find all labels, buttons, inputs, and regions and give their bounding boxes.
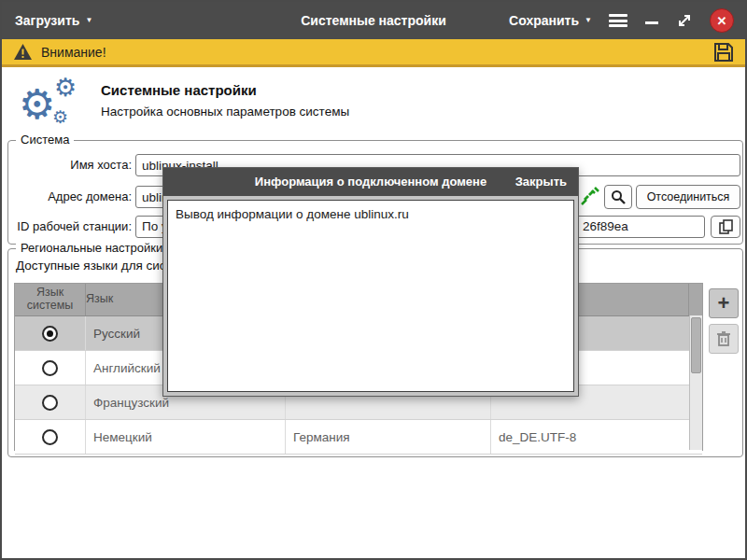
- cell-language: Немецкий: [86, 420, 286, 454]
- regional-legend: Региональные настройки: [16, 241, 167, 255]
- cell-country: Германия: [286, 420, 491, 454]
- search-domain-button[interactable]: [604, 185, 632, 209]
- load-label: Загрузить: [15, 13, 79, 28]
- system-settings-window: Загрузить ▼ Системные настройки Сохранит…: [0, 0, 747, 560]
- save-icon[interactable]: [713, 42, 734, 63]
- disconnect-label: Отсоединиться: [647, 190, 730, 203]
- radio-unselected[interactable]: [42, 360, 58, 376]
- menu-icon[interactable]: [609, 14, 627, 27]
- radio-selected[interactable]: [42, 326, 58, 342]
- gears-icon: ⚙: [52, 108, 68, 126]
- radio-unselected[interactable]: [42, 395, 58, 411]
- save-dropdown-button[interactable]: Сохранить ▼: [509, 13, 592, 28]
- delete-language-button[interactable]: [709, 324, 739, 354]
- modal-body: Вывод информации о домене ublinux.ru: [167, 200, 574, 392]
- modal-close-button[interactable]: Закрыть: [515, 175, 567, 189]
- radio-unselected[interactable]: [42, 429, 58, 445]
- add-language-button[interactable]: +: [709, 288, 739, 318]
- plug-connected-icon: [578, 186, 600, 208]
- domain-info-modal: Информация о подключенном домене Закрыть…: [162, 167, 579, 397]
- page-subtitle: Настройка основных параметров системы: [101, 105, 349, 119]
- resize-arrows-icon: [676, 12, 693, 29]
- close-x-icon: ✕: [717, 14, 727, 28]
- scrollbar-thumb[interactable]: [691, 317, 701, 373]
- load-dropdown-button[interactable]: Загрузить ▼: [15, 13, 92, 28]
- trash-icon: [716, 330, 731, 347]
- warning-bar: Внимание!: [2, 39, 745, 67]
- cell-locale: de_DE.UTF-8: [491, 420, 689, 454]
- domain-label: Адрес домена:: [10, 189, 132, 203]
- system-legend: Система: [16, 133, 74, 147]
- header-system-language: Язык системы: [15, 284, 86, 315]
- window-titlebar: Загрузить ▼ Системные настройки Сохранит…: [2, 2, 745, 39]
- modal-body-text: Вывод информации о домене ublinux.ru: [168, 201, 573, 228]
- titlebar-actions: Сохранить ▼ ✕: [509, 8, 734, 33]
- page-header: ⚙ ⚙ ⚙ Системные настройки Настройка осно…: [11, 77, 721, 134]
- warning-icon: [13, 43, 33, 61]
- gears-icon: ⚙: [54, 75, 77, 100]
- warning-text: Внимание!: [41, 45, 106, 60]
- minimize-button[interactable]: [644, 13, 659, 28]
- table-scrollbar[interactable]: [689, 315, 702, 450]
- plus-icon: +: [718, 291, 730, 315]
- modal-titlebar: Информация о подключенном домене Закрыть: [163, 168, 578, 196]
- copy-icon: [719, 219, 733, 234]
- maximize-button[interactable]: [676, 12, 693, 29]
- close-button[interactable]: ✕: [710, 8, 734, 33]
- copy-id-button[interactable]: [711, 216, 740, 238]
- workstation-id-label: ID рабочей станции:: [10, 219, 132, 233]
- gears-icon: ⚙: [19, 84, 55, 125]
- hostname-label: Имя хоста:: [10, 158, 132, 172]
- chevron-down-icon: ▼: [85, 17, 92, 24]
- table-row[interactable]: Немецкий Германия de_DE.UTF-8: [15, 420, 702, 455]
- search-icon: [611, 189, 626, 204]
- save-label: Сохранить: [509, 13, 579, 28]
- page-title: Системные настройки: [101, 82, 257, 98]
- disconnect-button[interactable]: Отсоединиться: [636, 185, 740, 209]
- workstation-id-suffix: 26f89ea: [583, 219, 628, 233]
- chevron-down-icon: ▼: [585, 17, 592, 24]
